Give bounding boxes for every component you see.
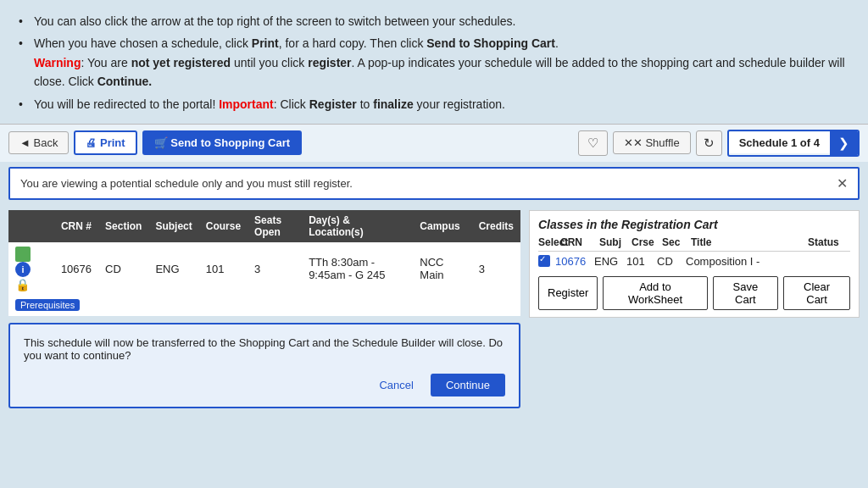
row-credits: 3 bbox=[472, 242, 520, 296]
add-to-worksheet-button[interactable]: Add to WorkSheet bbox=[603, 276, 707, 310]
table-header-subject: Subject bbox=[148, 210, 198, 242]
instruction-item-1: You can also click the arrow at the top … bbox=[19, 12, 849, 30]
row-seats: 3 bbox=[248, 242, 302, 296]
prerequisites-badge[interactable]: Prerequisites bbox=[15, 299, 80, 311]
back-button[interactable]: ◄ Back bbox=[8, 131, 69, 154]
cart-row-checkbox[interactable] bbox=[538, 255, 550, 267]
table-header-seats: Seats Open bbox=[248, 210, 302, 242]
left-panel: CRN # Section Subject Course Seats Open … bbox=[8, 210, 520, 408]
send-to-cart-button[interactable]: 🛒 Send to Shopping Cart bbox=[142, 130, 302, 155]
cart-row-title: Composition I - bbox=[686, 255, 803, 268]
alert-close-button[interactable]: ✕ bbox=[837, 175, 848, 191]
continue-button[interactable]: Continue bbox=[431, 374, 505, 396]
cart-row-crn[interactable]: 10676 bbox=[555, 255, 589, 268]
cart-header: Select CRN Subj Crse Sec Title Status bbox=[538, 236, 850, 252]
table-header-section: Section bbox=[98, 210, 148, 242]
table-row-badge: Prerequisites bbox=[8, 296, 520, 316]
info-icon[interactable]: i bbox=[15, 262, 31, 277]
shuffle-button[interactable]: ✕✕ Shuffle bbox=[613, 131, 691, 154]
toolbar: ◄ Back 🖨 Print 🛒 Send to Shopping Cart ♡… bbox=[0, 124, 868, 162]
row-subject: ENG bbox=[148, 242, 198, 296]
table-header-icons bbox=[8, 210, 54, 242]
cart-box: Classes in the Registration Cart Select … bbox=[529, 210, 860, 318]
table-row: i 🔒 10676 CD ENG 101 3 TTh 8:30am - 9:45… bbox=[8, 242, 520, 296]
row-icons: i 🔒 bbox=[8, 242, 54, 296]
favorite-button[interactable]: ♡ bbox=[578, 130, 608, 156]
table-header-course: Course bbox=[199, 210, 248, 242]
register-button[interactable]: Register bbox=[538, 276, 598, 310]
instructions-panel: You can also click the arrow at the top … bbox=[0, 0, 868, 124]
table-header-credits: Credits bbox=[472, 210, 520, 242]
schedule-label: Schedule 1 of 4 bbox=[729, 132, 830, 153]
cart-col-select: Select bbox=[538, 236, 555, 248]
row-crn: 10676 bbox=[54, 242, 98, 296]
row-section: CD bbox=[98, 242, 148, 296]
instruction-item-3: You will be redirected to the portal! Im… bbox=[19, 95, 849, 114]
table-header-days: Day(s) & Location(s) bbox=[302, 210, 413, 242]
schedule-next-button[interactable]: ❯ bbox=[830, 131, 858, 155]
row-course: 101 bbox=[199, 242, 248, 296]
alert-text: You are viewing a potential schedule onl… bbox=[20, 177, 353, 190]
cart-col-sec: Sec bbox=[662, 236, 686, 248]
schedule-navigator: Schedule 1 of 4 ❯ bbox=[727, 130, 860, 157]
popup-text: This schedule will now be transferred to… bbox=[24, 336, 505, 362]
lock-icon: 🔒 bbox=[15, 278, 30, 291]
row-days: TTh 8:30am - 9:45am - G 245 bbox=[302, 242, 413, 296]
refresh-button[interactable]: ↻ bbox=[696, 130, 722, 156]
popup-buttons: Cancel Continue bbox=[24, 374, 505, 396]
clear-cart-button[interactable]: Clear Cart bbox=[783, 276, 850, 310]
cart-row-crse: 101 bbox=[626, 255, 652, 268]
instruction-item-2: When you have chosen a schedule, click P… bbox=[19, 34, 849, 91]
row-campus: NCC Main bbox=[413, 242, 471, 296]
cart-col-title: Title bbox=[691, 236, 803, 248]
table-header-crn: CRN # bbox=[54, 210, 98, 242]
cart-col-crse: Crse bbox=[632, 236, 657, 248]
popup-dialog: This schedule will now be transferred to… bbox=[8, 323, 520, 408]
print-button[interactable]: 🖨 Print bbox=[74, 130, 136, 155]
alert-bar: You are viewing a potential schedule onl… bbox=[8, 167, 860, 200]
cart-row-subj: ENG bbox=[594, 255, 621, 268]
cart-row-sec: CD bbox=[657, 255, 681, 268]
cancel-button[interactable]: Cancel bbox=[370, 374, 421, 396]
cart-col-crn: CRN bbox=[560, 236, 594, 248]
save-cart-button[interactable]: Save Cart bbox=[713, 276, 779, 310]
cart-col-status: Status bbox=[808, 236, 850, 248]
right-panel: Classes in the Registration Cart Select … bbox=[529, 210, 860, 408]
cart-title: Classes in the Registration Cart bbox=[538, 218, 850, 231]
cart-actions: Register Add to WorkSheet Save Cart Clea… bbox=[538, 276, 850, 310]
cart-col-subj: Subj bbox=[599, 236, 626, 248]
table-header-campus: Campus bbox=[413, 210, 471, 242]
course-table: CRN # Section Subject Course Seats Open … bbox=[8, 210, 520, 316]
content-area: CRN # Section Subject Course Seats Open … bbox=[0, 205, 868, 413]
green-square-icon bbox=[15, 247, 31, 262]
cart-row: 10676 ENG 101 CD Composition I - bbox=[538, 255, 850, 268]
